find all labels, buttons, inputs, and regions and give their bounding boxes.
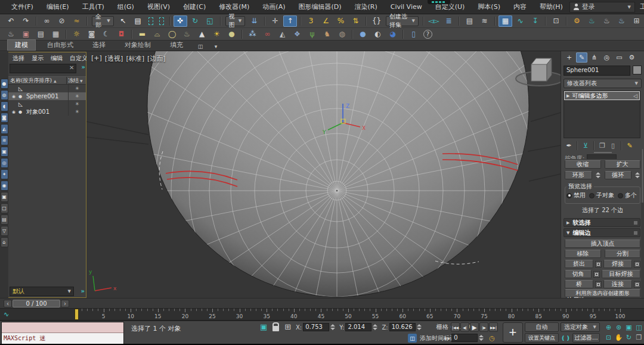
panel-scrollbar[interactable] [641,149,644,298]
current-frame-field[interactable]: 0 [451,334,478,342]
frozen-icon[interactable]: ✳ [68,85,86,92]
named-selection-dropdown[interactable]: 创建选择集▼ [386,16,419,26]
explorer-menu-edit[interactable]: 编辑 [48,53,66,64]
viewport-canvas[interactable]: ZXYxy [86,51,561,298]
rendered-frame-window-icon[interactable]: ♨ [585,15,599,27]
display-cameras-icon[interactable]: ◙ [1,113,8,123]
time-back-button[interactable]: ‹ [4,300,12,307]
tab-populate[interactable]: 填充 [162,39,191,51]
tab-freeform[interactable]: 自由形式 [39,39,81,51]
display-spacewarps-icon[interactable]: ≋ [1,135,8,145]
percent-snap-icon[interactable]: % [334,15,348,27]
panel-resize-notch[interactable] [594,152,612,154]
selection-filter-dropdown[interactable]: 全部▼ [92,16,114,26]
set-keys-button[interactable]: + [503,322,523,343]
render-in-cloud-icon[interactable]: ♨ [615,15,628,27]
absolute-mode-icon[interactable]: ⊞ [284,322,291,331]
z-spinner[interactable] [417,324,422,331]
select-and-rotate-icon[interactable]: ↻ [188,15,202,27]
pin-stack-icon[interactable]: ✒ [564,141,574,150]
column-header-frozen[interactable]: 冻结▼ [66,77,86,85]
menu-civil-view[interactable]: Civil View [384,1,429,13]
display-bones-icon[interactable]: ✦ [1,169,8,179]
filter-icon[interactable]: ▽ [1,226,8,236]
menu-edit[interactable]: 编辑(E) [40,0,76,14]
y-coordinate-field[interactable]: 2.014 [345,323,371,331]
bridge-button[interactable]: 桥 [565,280,593,288]
chamfer-button[interactable]: 切角 [565,270,592,278]
curve-editor-icon[interactable]: ∿ [513,15,527,27]
track-bar[interactable]: ∿ 05101520253035404550556065707580859095… [0,308,644,321]
animal-icon[interactable]: ♞ [320,29,334,40]
filters-button[interactable]: 过滤器... [572,333,600,343]
menu-file[interactable]: 文件(F) [5,0,40,14]
select-by-name-icon[interactable]: ▤ [131,15,145,27]
pyramid-icon[interactable]: ◭ [275,29,289,40]
zoom-icon[interactable]: ⊕ [603,322,614,332]
menu-content[interactable]: 内容 [507,0,533,14]
listener-pane[interactable]: MAXScript 迷 [2,333,123,344]
list-item[interactable]: ◉●Sphere001✳ [8,92,86,100]
tab-object-paint[interactable]: 对象绘制 [117,39,159,51]
zoom-extents-icon[interactable]: ▣ [624,322,634,332]
menu-group[interactable]: 组(G) [111,0,141,14]
tab-modeling[interactable]: 建模 [7,39,36,51]
unlink-selection-icon[interactable]: ⊘ [55,15,69,27]
sphere-primitive-icon[interactable]: ● [225,29,239,40]
viewport-menu-shading[interactable]: [边面] [147,54,166,63]
tab-selection[interactable]: 选择 [85,39,113,51]
go-to-start-button[interactable]: |◀◀ [451,322,460,332]
modifier-list-dropdown[interactable]: 修改器列表▼ [564,79,642,88]
render-production-icon[interactable]: ♨ [600,15,614,27]
auto-key-button[interactable]: 自动 [525,322,559,332]
modifier-toggle-icon[interactable]: ◁ [633,93,637,99]
extrude-button[interactable]: 挤出 [565,260,593,268]
display-frozen-icon[interactable]: ▣ [1,192,8,202]
maximize-viewport-icon[interactable]: ❒ [634,332,644,343]
reference-coordinate-dropdown[interactable]: 视图▼ [225,16,245,26]
time-forward-button[interactable]: › [61,300,69,307]
shaded-sphere-icon[interactable]: ◕ [386,29,400,40]
expand-icon[interactable]: » [81,288,85,294]
display-groups-icon[interactable]: ▣ [1,147,8,157]
search-input[interactable] [10,64,76,73]
layer-manager-icon[interactable]: ≋ [478,15,491,27]
time-slider-grip[interactable]: 0 / 100 [13,300,60,307]
menu-rendering[interactable]: 渲染(R) [348,0,384,14]
utilities-tab-icon[interactable]: ⚙ [626,52,637,63]
dome-primitive-icon[interactable]: ⌓ [150,29,164,40]
menu-scripting[interactable]: 脚本(S) [471,0,507,14]
object-name-field[interactable]: Sphere001 [564,66,630,76]
chamfer-settings-icon[interactable] [593,271,600,278]
sphere-blue-icon[interactable]: ● [356,29,370,40]
modify-tab-icon[interactable]: ✎ [576,52,587,63]
teapot-icon[interactable]: ♨ [4,29,18,40]
display-hidden-icon[interactable]: □ [1,203,8,213]
weld-settings-icon[interactable] [634,261,640,268]
column-header-name[interactable]: 名称(按升序排序)▲ [8,77,66,85]
redo-icon[interactable]: ↷ [19,15,33,27]
weld-button[interactable]: 焊接 [603,260,632,268]
axis-constraints-icon[interactable]: ✛ [268,15,282,27]
menu-graph-editors[interactable]: 图形编辑器(D) [292,0,348,14]
chevron-down-icon[interactable]: ▾ [210,42,222,51]
preview-multiple-radio[interactable]: 多个 [618,191,637,200]
go-to-end-button[interactable]: ▶▶| [489,322,498,332]
molecule-icon[interactable]: ∞ [261,29,274,40]
x-coordinate-field[interactable]: 0.753 [303,323,329,331]
home-icon[interactable]: ⌂ [1,237,8,247]
explorer-menu-select[interactable]: 选择 [10,53,27,64]
robot-icon[interactable]: ◘ [114,29,128,40]
preview-disable-radio[interactable]: 禁用 [566,191,586,200]
time-slider[interactable]: ‹ 0 / 100 › [0,298,644,308]
grow-button[interactable]: 扩大 [605,160,641,169]
display-geometry-icon[interactable]: ● [1,79,8,89]
object-color-swatch[interactable] [633,66,642,74]
workspace-notch[interactable] [428,0,450,4]
pan-icon[interactable]: ✋ [614,332,624,343]
light-icon[interactable]: ☼ [70,29,83,40]
expand-icon[interactable]: » [82,64,85,70]
key-filter-dropdown[interactable]: 选定对象▼ [561,322,600,332]
rectangular-selection-region-icon[interactable] [148,17,153,25]
modifier-stack[interactable]: ▶ 可编辑多边形 ◁ [564,91,640,138]
